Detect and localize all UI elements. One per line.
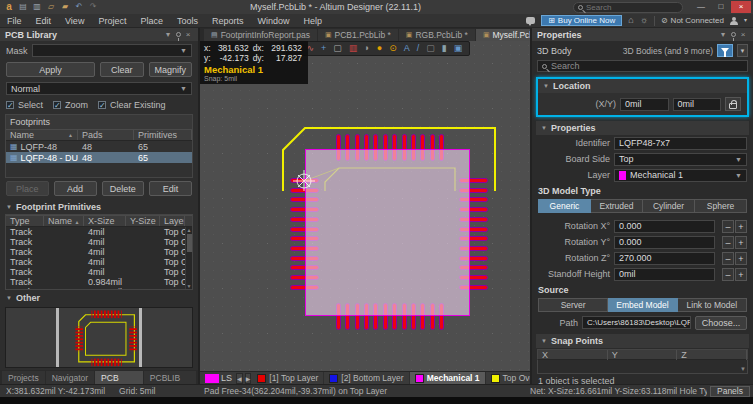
layer-tab[interactable]: Mechanical 1 [410,372,486,385]
tab-rgb-pcblib[interactable]: ▣RGB.PcbLib * [399,29,475,41]
footprints-table-header[interactable]: Name▲ Pads Primitives [6,129,192,141]
footprint-row[interactable]: ▦LQFP-484865 [6,141,192,152]
buy-online-button[interactable]: ⊞Buy Online Now [541,15,622,26]
panel-close-icon[interactable]: × [738,29,748,41]
primitive-row[interactable]: Track0.984milTop Over... [6,287,192,289]
rotation-y-increment-button[interactable]: + [735,236,747,249]
snap-points-section-header[interactable]: ▼ Snap Points [536,334,749,348]
connection-status[interactable]: ⊘Not Connected [661,16,724,25]
menu-edit[interactable]: Edit [29,14,59,28]
pcb-canvas[interactable]: x:381.632dx:291.632 y:-42.173dy:17.827 M… [200,41,530,371]
scroll-down-icon[interactable]: ▼ [740,366,746,372]
left-tab-navigator[interactable]: Navigator [46,371,94,384]
menu-window[interactable]: Window [250,14,296,28]
left-tab-pcblib-filter[interactable]: PCBLIB Filter [144,371,196,384]
identifier-field[interactable]: LQFP48-7x7 [614,137,747,150]
rotation-z-field[interactable]: 270.000 [614,252,715,265]
primitive-row[interactable]: Track4milTop Over... [6,257,192,267]
layer-tab[interactable]: [2] Bottom Layer [324,372,409,385]
mask-dropdown[interactable]: ▼ [32,44,192,57]
layer-scroll-right-icon[interactable]: ▶ [245,373,252,384]
maximize-button[interactable]: □ [711,1,731,13]
undo-icon[interactable]: ↶ [74,2,84,12]
properties-section-header[interactable]: ▼ Properties [536,121,749,135]
panel-pin-icon[interactable] [173,29,183,41]
open-folder-icon[interactable]: ▱ [46,2,56,12]
model-type-cylinder[interactable]: Cylinder [643,199,695,213]
other-section-header[interactable]: ▼ Other [0,290,198,305]
close-button[interactable]: × [731,1,751,13]
rotation-y-field[interactable]: 0.000 [614,236,715,249]
user-dropdown-chevron-icon[interactable]: ▾ [744,15,747,26]
3d-body-tool-icon[interactable]: ▣ [454,42,463,55]
add-button[interactable]: Add [54,181,97,196]
preview-splitter-left[interactable] [56,308,59,367]
layer-tab[interactable]: Top Overlay [486,372,530,385]
standoff-increment-button[interactable]: + [735,268,747,281]
menu-tools[interactable]: Tools [170,14,205,28]
model-type-generic[interactable]: Generic [538,199,591,213]
footprints-list-empty-space[interactable] [6,163,192,177]
tab-footprintinforeport[interactable]: ▤FootprintInfoReport.pas [204,29,317,41]
scroll-down-icon[interactable]: ▼ [187,283,192,289]
save-icon[interactable]: ▤ [18,2,28,12]
string-tool-icon[interactable]: A [404,42,410,55]
menu-reports[interactable]: Reports [205,14,251,28]
line-tool-icon[interactable]: / [417,42,420,55]
menu-project[interactable]: Project [91,14,133,28]
clear-existing-checkbox[interactable]: ✓ [98,101,106,109]
primitive-row[interactable]: Track4milTop Over... [6,237,192,247]
via-tool-icon[interactable]: ● [377,42,382,55]
layer-dropdown[interactable]: Mechanical 1▼ [614,169,747,182]
scrollbar-thumb[interactable] [187,234,192,252]
settings-gear-icon[interactable]: ☼ [640,15,648,26]
snap-points-table-header[interactable]: X Y Z [537,349,748,360]
rotation-x-field[interactable]: 0.000 [614,220,715,233]
home-icon[interactable]: ⌂ [628,15,633,26]
rotation-y-decrement-button[interactable]: – [722,236,734,249]
preview-splitter-right[interactable] [139,308,142,367]
menu-help[interactable]: Help [296,14,329,28]
dashed-rect-tool-icon[interactable]: ▢ [426,42,435,55]
standoff-height-field[interactable]: 0mil [614,268,715,281]
properties-search-box[interactable]: Search [537,60,748,72]
clear-button[interactable]: Clear [100,62,143,77]
plus-tool-icon[interactable]: + [321,42,326,55]
location-x-field[interactable]: 0mil [620,98,669,111]
pad-tool-icon[interactable]: ▥ [349,42,358,55]
location-y-field[interactable]: 0mil [673,98,722,111]
footprint-primitives-section-header[interactable]: ▼ Footprint Primitives [0,199,198,214]
rotation-z-decrement-button[interactable]: – [722,252,734,265]
global-search-input[interactable] [586,3,666,12]
delete-button[interactable]: Delete [102,181,145,196]
zoom-checkbox[interactable]: ✓ [53,101,61,109]
select-checkbox[interactable]: ✓ [6,101,14,109]
path-field[interactable]: C:\Users\86183\Desktop\LQFP48-7x7.step [582,316,691,329]
primitives-scrollbar[interactable]: ▲ ▼ [185,227,192,289]
board-side-dropdown[interactable]: Top▼ [614,153,747,166]
primitives-table-header[interactable]: Type Name ▲ X-Size Y-Size Layer [6,215,192,227]
magnify-button[interactable]: Magnify [149,62,192,77]
snap-points-list[interactable]: ▼ [537,360,748,374]
location-lock-button[interactable] [725,97,741,111]
place-button[interactable]: Place [6,181,49,196]
minimize-button[interactable]: — [691,1,711,13]
rotation-x-increment-button[interactable]: + [735,220,747,233]
footprint-row[interactable]: ▦LQFP-48 - DUPLICATE4865 [6,152,192,163]
model-type-sphere[interactable]: Sphere [695,199,747,213]
menu-file[interactable]: File [0,14,29,28]
footprint-preview[interactable] [5,307,193,368]
panel-dropdown-icon[interactable]: ▾ [163,29,173,41]
source-embed-model[interactable]: Embed Model [608,298,677,312]
user-account-icon[interactable] [730,17,738,25]
menu-place[interactable]: Place [133,14,170,28]
filter-button[interactable] [717,44,733,57]
location-section-header[interactable]: ▼ Location [538,79,747,93]
left-tab-projects[interactable]: Projects [2,371,45,384]
apply-button[interactable]: Apply [6,62,95,77]
pin-tool-icon[interactable]: ⊙ [389,42,397,55]
rect-tool-icon[interactable]: ▢ [333,42,342,55]
3d-body-shape[interactable] [305,149,470,316]
primitive-row[interactable]: Track4milTop Over... [6,247,192,257]
primitive-row[interactable]: Track4milTop Over... [6,267,192,277]
